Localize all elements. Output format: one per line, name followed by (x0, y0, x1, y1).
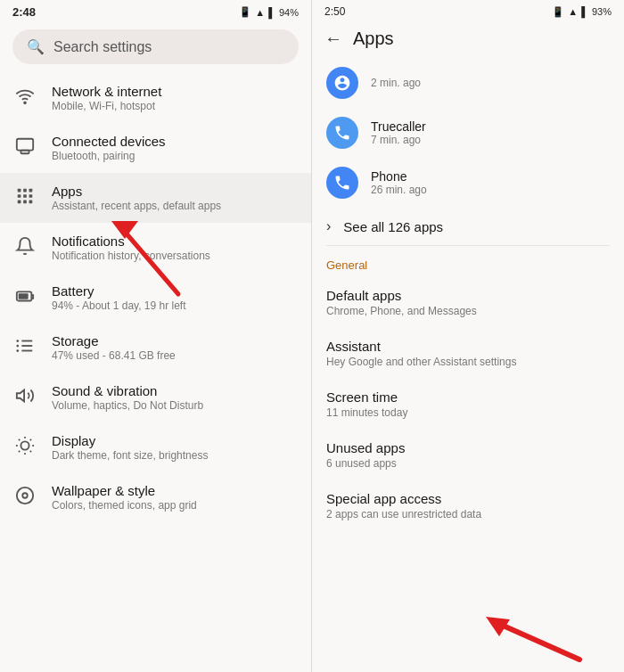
svg-rect-9 (18, 200, 21, 203)
apps-icon (12, 186, 37, 210)
left-status-icons: 📱 ▲ ▌ 94% (239, 6, 299, 18)
svg-rect-2 (21, 150, 29, 153)
notifications-title: Notifications (52, 234, 299, 249)
svg-rect-11 (29, 200, 33, 203)
default-apps-name: Default apps (326, 288, 610, 303)
app1-icon (326, 67, 358, 99)
storage-icon (12, 336, 37, 360)
battery-icon (12, 286, 37, 310)
settings-item-storage[interactable]: Storage 47% used - 68.41 GB free (0, 323, 311, 373)
back-button[interactable]: ← (324, 29, 342, 49)
search-bar[interactable]: 🔍 Search settings (12, 29, 299, 64)
apps-subtitle: Assistant, recent apps, default apps (52, 200, 299, 212)
svg-point-30 (17, 487, 33, 503)
general-section-header: General (312, 246, 624, 277)
svg-rect-6 (18, 194, 21, 198)
battery-text: Battery 94% - About 1 day, 19 hr left (52, 283, 299, 312)
right-signal-icon: ▌ (581, 6, 588, 17)
signal-bars-icon: ▌ (268, 7, 275, 18)
display-title: Display (52, 433, 299, 448)
apps-page-title: Apps (353, 29, 394, 49)
see-all-apps[interactable]: › See all 126 apps (312, 208, 624, 245)
display-subtitle: Dark theme, font size, brightness (52, 449, 299, 462)
network-subtitle: Mobile, Wi-Fi, hotspot (52, 100, 299, 112)
assistant-name: Assistant (326, 339, 610, 354)
svg-rect-10 (23, 200, 27, 203)
apps-header: ← Apps (312, 21, 624, 58)
svg-line-29 (30, 438, 31, 439)
svg-line-25 (30, 450, 31, 451)
wallpaper-icon (12, 486, 37, 510)
search-icon: 🔍 (27, 38, 45, 55)
devices-title: Connected devices (52, 134, 299, 149)
settings-item-wallpaper[interactable]: Wallpaper & style Colors, themed icons, … (0, 472, 311, 522)
unused-apps-name: Unused apps (326, 440, 610, 455)
battery-title: Battery (52, 283, 299, 299)
phone-app-icon (326, 167, 358, 199)
setting-special-app-access[interactable]: Special app access 2 apps can use unrest… (312, 480, 624, 531)
setting-unused-apps[interactable]: Unused apps 6 unused apps (312, 430, 624, 480)
app1-time: 2 min. ago (371, 77, 421, 89)
settings-item-display[interactable]: Display Dark theme, font size, brightnes… (0, 422, 311, 472)
display-text: Display Dark theme, font size, brightnes… (52, 433, 299, 462)
bell-icon (12, 236, 37, 260)
setting-default-apps[interactable]: Default apps Chrome, Phone, and Messages (312, 277, 624, 328)
svg-line-24 (19, 438, 20, 439)
app1-info: 2 min. ago (371, 77, 421, 89)
svg-rect-1 (17, 138, 33, 150)
recent-app-truecaller[interactable]: Truecaller 7 min. ago (312, 108, 624, 158)
settings-item-apps[interactable]: Apps Assistant, recent apps, default app… (0, 173, 311, 223)
wallpaper-subtitle: Colors, themed icons, app grid (52, 499, 299, 512)
notifications-subtitle: Notification history, conversations (52, 250, 299, 262)
right-content-list: 2 min. ago Truecaller 7 min. ago (312, 58, 624, 672)
truecaller-name: Truecaller (371, 119, 426, 134)
screen-time-desc: 11 minutes today (326, 406, 610, 419)
left-status-bar: 2:48 📱 ▲ ▌ 94% (0, 0, 311, 22)
apps-title: Apps (52, 184, 299, 199)
storage-subtitle: 47% used - 68.41 GB free (52, 349, 299, 362)
display-icon (12, 436, 37, 460)
storage-title: Storage (52, 333, 299, 348)
right-battery: 93% (592, 6, 612, 17)
sim-icon: 📱 (239, 6, 251, 18)
settings-item-devices[interactable]: Connected devices Bluetooth, pairing (0, 123, 311, 173)
special-app-name: Special app access (326, 491, 610, 506)
settings-list: Network & internet Mobile, Wi-Fi, hotspo… (0, 73, 311, 672)
svg-rect-4 (23, 188, 27, 192)
right-panel: 2:50 📱 ▲ ▌ 93% ← Apps 2 min (312, 0, 624, 672)
special-app-desc: 2 apps can use unrestricted data (326, 508, 610, 520)
left-time: 2:48 (12, 5, 36, 19)
apps-text: Apps Assistant, recent apps, default app… (52, 184, 299, 212)
unused-apps-desc: 6 unused apps (326, 457, 610, 470)
search-placeholder: Search settings (53, 39, 284, 55)
storage-text: Storage 47% used - 68.41 GB free (52, 333, 299, 362)
svg-marker-20 (17, 389, 24, 401)
setting-screen-time[interactable]: Screen time 11 minutes today (312, 379, 624, 430)
settings-item-battery[interactable]: Battery 94% - About 1 day, 19 hr left (0, 273, 311, 323)
recent-app-phone[interactable]: Phone 26 min. ago (312, 158, 624, 208)
wallpaper-title: Wallpaper & style (52, 483, 299, 498)
notifications-text: Notifications Notification history, conv… (52, 234, 299, 262)
default-apps-desc: Chrome, Phone, and Messages (326, 305, 610, 317)
settings-item-notifications[interactable]: Notifications Notification history, conv… (0, 223, 311, 273)
network-title: Network & internet (52, 84, 299, 99)
right-status-bar: 2:50 📱 ▲ ▌ 93% (312, 0, 624, 21)
network-text: Network & internet Mobile, Wi-Fi, hotspo… (52, 84, 299, 112)
settings-item-sound[interactable]: Sound & vibration Volume, haptics, Do No… (0, 373, 311, 422)
svg-rect-13 (19, 293, 29, 299)
left-battery: 94% (279, 7, 299, 18)
phone-time: 26 min. ago (371, 184, 427, 196)
svg-rect-8 (29, 194, 33, 198)
svg-point-0 (24, 102, 26, 103)
settings-item-network[interactable]: Network & internet Mobile, Wi-Fi, hotspo… (0, 73, 311, 123)
right-status-icons: 📱 ▲ ▌ 93% (552, 6, 612, 18)
svg-point-21 (21, 441, 29, 449)
devices-subtitle: Bluetooth, pairing (52, 150, 299, 162)
wifi-signal-icon: ▲ (255, 7, 265, 18)
phone-info: Phone 26 min. ago (371, 169, 427, 196)
setting-assistant[interactable]: Assistant Hey Google and other Assistant… (312, 328, 624, 379)
truecaller-info: Truecaller 7 min. ago (371, 119, 426, 146)
svg-rect-5 (29, 188, 33, 192)
wifi-icon (12, 86, 37, 111)
recent-app-1[interactable]: 2 min. ago (312, 58, 624, 108)
